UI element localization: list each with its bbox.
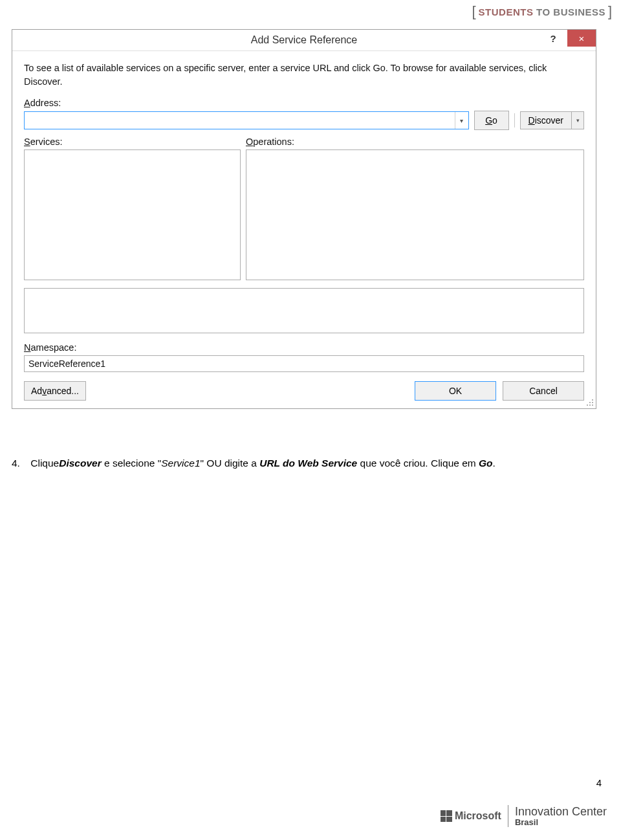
svg-point-4: [589, 404, 591, 406]
discover-split-button[interactable]: Discover ▾: [520, 111, 584, 129]
instruction-text: To see a list of available services on a…: [24, 61, 584, 89]
divider: [508, 805, 508, 827]
logo-word-students: STUDENTS: [479, 6, 534, 17]
bracket-left: [: [472, 3, 476, 19]
ok-button[interactable]: OK: [415, 381, 496, 401]
svg-point-0: [592, 399, 593, 401]
chevron-down-icon[interactable]: ▾: [455, 112, 468, 129]
close-button[interactable]: ×: [567, 30, 596, 47]
address-label: Address:: [24, 98, 584, 108]
help-button[interactable]: ?: [539, 30, 567, 47]
footer-logo: Microsoft Innovation Center Brasil: [441, 805, 607, 827]
status-box: [24, 288, 584, 333]
footer-line2: Brasil: [515, 818, 607, 827]
go-button[interactable]: Go: [474, 111, 509, 130]
logo-connector: TO: [533, 6, 553, 17]
step-number: 4.: [12, 458, 20, 469]
namespace-input[interactable]: [24, 355, 584, 372]
titlebar: Add Service Reference ? ×: [12, 30, 596, 51]
services-label: Services:: [24, 137, 241, 147]
namespace-label: Namespace:: [24, 342, 584, 353]
address-input[interactable]: [25, 112, 455, 129]
advanced-button[interactable]: Advanced...: [24, 381, 86, 401]
cancel-button[interactable]: Cancel: [503, 381, 584, 401]
operations-label: Operations:: [246, 137, 584, 147]
logo-word-business: BUSINESS: [553, 6, 605, 17]
services-listbox[interactable]: [24, 149, 241, 280]
svg-point-1: [589, 402, 591, 403]
microsoft-logo: Microsoft: [441, 810, 501, 822]
operations-listbox[interactable]: [246, 149, 584, 280]
discover-button[interactable]: Discover: [520, 111, 571, 129]
microsoft-squares-icon: [441, 810, 452, 822]
footer-line1: Innovation Center: [515, 806, 607, 818]
step-instruction: 4. CliqueDiscover e selecione "Service1"…: [12, 458, 602, 469]
microsoft-wordmark: Microsoft: [455, 810, 501, 822]
header-logo: [ STUDENTS TO BUSINESS ]: [472, 3, 612, 20]
address-combobox[interactable]: ▾: [24, 111, 469, 129]
page-number: 4: [596, 777, 602, 788]
bracket-right: ]: [608, 3, 612, 19]
svg-point-3: [587, 404, 588, 406]
svg-point-5: [592, 404, 593, 406]
dialog-title: Add Service Reference: [12, 34, 596, 46]
chevron-down-icon[interactable]: ▾: [571, 111, 584, 129]
resize-grip-icon[interactable]: [585, 398, 594, 407]
svg-point-2: [592, 402, 593, 403]
separator: [514, 113, 515, 127]
add-service-reference-dialog: Add Service Reference ? × To see a list …: [12, 29, 596, 409]
